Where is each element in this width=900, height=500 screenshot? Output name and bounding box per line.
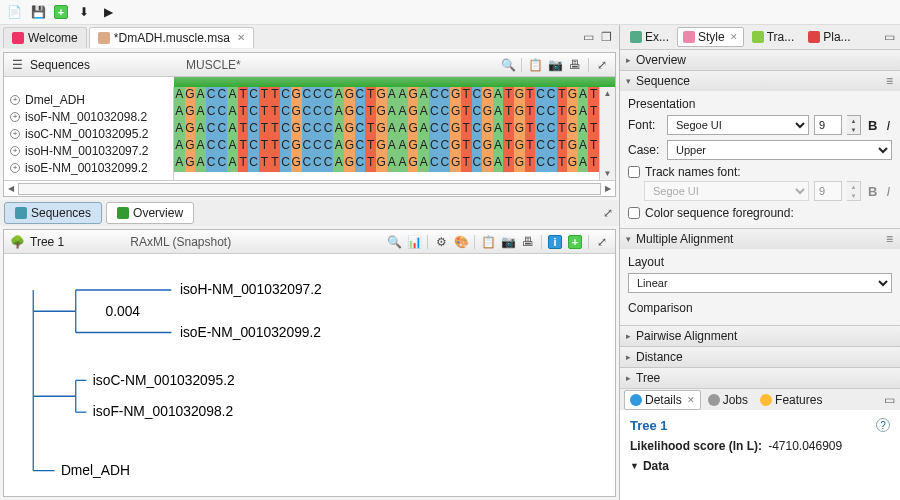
sequence-alignment-view[interactable]: AGACCATCTTCGCCCAGCTGAAGACCGTCGATGTCCTGAT… [174, 87, 599, 180]
italic-button[interactable]: I [884, 184, 892, 199]
tab-places[interactable]: Pla... [802, 27, 856, 47]
pane-title: Sequences [30, 58, 90, 72]
print-icon[interactable]: 🖶 [568, 58, 582, 72]
color-foreground-checkbox[interactable] [628, 207, 640, 219]
gear-icon[interactable]: ⚙ [434, 235, 448, 249]
case-select[interactable]: Upper [667, 140, 892, 160]
vertical-scrollbar[interactable]: ▲▼ [599, 87, 615, 180]
sequence-name-row[interactable]: +isoH-NM_001032097.2 [4, 142, 173, 159]
font-label: Font: [628, 118, 662, 132]
branch-length-label: 0.004 [106, 303, 141, 319]
tool-icon[interactable]: ⬇ [76, 4, 92, 20]
bold-button[interactable]: B [866, 118, 879, 133]
tab-style[interactable]: Style✕ [677, 27, 744, 47]
close-icon[interactable]: ✕ [730, 32, 738, 42]
camera-icon[interactable]: 📷 [501, 235, 515, 249]
expand-icon[interactable]: ⤢ [595, 58, 609, 72]
export-icon[interactable]: 📋 [528, 58, 542, 72]
expand-icon[interactable]: + [10, 129, 20, 139]
maximize-icon[interactable]: ❐ [599, 30, 613, 44]
tree-pane: 🌳 Tree 1 RAxML (Snapshot) 🔍 📊 ⚙ 🎨 📋 📷 🖶 [3, 229, 616, 497]
palette-icon[interactable]: 🎨 [454, 235, 468, 249]
tab-welcome[interactable]: Welcome [3, 27, 87, 48]
minimize-icon[interactable]: ▭ [581, 30, 595, 44]
tab-label: Welcome [28, 31, 78, 45]
overview-bar[interactable] [174, 77, 615, 87]
tab-file[interactable]: *DmADH.muscle.msa✕ [89, 27, 254, 48]
bold-button[interactable]: B [866, 184, 879, 199]
font-size-input[interactable] [814, 115, 842, 135]
expand-icon[interactable]: + [10, 95, 20, 105]
tool-icon[interactable]: ▶ [100, 4, 116, 20]
minimize-icon[interactable]: ▭ [882, 30, 896, 44]
details-tabs: Details✕ Jobs Features ▭ [620, 388, 900, 410]
tree-canvas[interactable]: 0.004 isoH-NM_001032097.2 isoE-NM_001032… [4, 254, 615, 496]
tool-icon[interactable]: 💾 [30, 4, 46, 20]
score-label: Likelihood score (ln L): [630, 439, 762, 453]
tab-jobs[interactable]: Jobs [703, 391, 753, 409]
tab-features[interactable]: Features [755, 391, 827, 409]
tab-tracks[interactable]: Tra... [746, 27, 801, 47]
chart-icon[interactable]: 📊 [407, 235, 421, 249]
section-pairwise[interactable]: ▸Pairwise Alignment [620, 326, 900, 346]
tab-overview-view[interactable]: Overview [106, 202, 194, 224]
details-panel: ? Tree 1 Likelihood score (ln L): -4710.… [620, 410, 900, 500]
expand-icon[interactable]: + [10, 146, 20, 156]
expand-icon[interactable]: + [10, 163, 20, 173]
details-title: Tree 1 [630, 418, 890, 433]
print-icon[interactable]: 🖶 [521, 235, 535, 249]
export-icon[interactable]: 📋 [481, 235, 495, 249]
add-icon[interactable]: + [568, 235, 582, 249]
track-names-checkbox[interactable] [628, 166, 640, 178]
section-overview[interactable]: ▸Overview [620, 50, 900, 70]
sequence-name-row[interactable]: +Dmel_ADH [4, 91, 173, 108]
section-multiple-alignment[interactable]: ▾Multiple Alignment≡ [620, 229, 900, 249]
zoom-icon[interactable]: 🔍 [501, 58, 515, 72]
font-size-spinner[interactable]: ▲▼ [847, 115, 861, 135]
tab-explorer[interactable]: Ex... [624, 27, 675, 47]
sequence-name-row[interactable]: +isoE-NM_001032099.2 [4, 159, 173, 176]
section-distance[interactable]: ▸Distance [620, 347, 900, 367]
tree-tip-label: isoC-NM_001032095.2 [93, 372, 235, 388]
horizontal-scrollbar[interactable]: ◀▶ [4, 180, 615, 196]
add-icon[interactable]: + [54, 5, 68, 19]
section-menu-icon[interactable]: ≡ [886, 74, 894, 88]
tab-sequences-view[interactable]: Sequences [4, 202, 102, 224]
tool-icon[interactable]: 📄 [6, 4, 22, 20]
expand-icon[interactable]: ⤢ [595, 235, 609, 249]
section-tree[interactable]: ▸Tree [620, 368, 900, 388]
sequence-name-row[interactable]: +isoF-NM_001032098.2 [4, 108, 173, 125]
tree-tip-label: isoF-NM_001032098.2 [93, 403, 233, 419]
expand-icon[interactable]: + [10, 112, 20, 122]
font-select[interactable]: Segoe UI [667, 115, 809, 135]
case-label: Case: [628, 143, 662, 157]
minimize-icon[interactable]: ▭ [882, 393, 896, 407]
zoom-icon[interactable]: 🔍 [387, 235, 401, 249]
tree-tip-label: isoH-NM_001032097.2 [180, 281, 322, 297]
chevron-down-icon: ▾ [626, 234, 631, 244]
italic-button[interactable]: I [884, 118, 892, 133]
tree-tip-label: Dmel_ADH [61, 462, 130, 478]
section-sequence[interactable]: ▾Sequence≡ [620, 71, 900, 91]
top-toolbar: 📄 💾 + ⬇ ▶ [0, 0, 900, 25]
tree-tip-label: isoE-NM_001032099.2 [180, 324, 321, 340]
help-icon[interactable]: ? [876, 418, 890, 432]
info-icon[interactable]: i [548, 235, 562, 249]
track-font-spinner: ▲▼ [847, 181, 861, 201]
chevron-down-icon: ▼ [630, 461, 639, 471]
camera-icon[interactable]: 📷 [548, 58, 562, 72]
chevron-down-icon: ▾ [626, 76, 631, 86]
section-menu-icon[interactable]: ≡ [886, 232, 894, 246]
close-icon[interactable]: ✕ [237, 32, 245, 43]
pane-subtitle: MUSCLE* [186, 58, 241, 72]
track-font-size [814, 181, 842, 201]
layout-select[interactable]: Linear [628, 273, 892, 293]
sequence-name-row[interactable]: +isoC-NM_001032095.2 [4, 125, 173, 142]
sequences-icon: ☰ [10, 58, 24, 72]
tab-details[interactable]: Details✕ [624, 390, 701, 410]
data-section-header[interactable]: ▼Data [630, 459, 890, 473]
pane-title: Tree 1 [30, 235, 64, 249]
close-icon[interactable]: ✕ [687, 395, 695, 405]
comparison-label: Comparison [628, 301, 892, 315]
expand-icon[interactable]: ⤢ [601, 206, 615, 220]
